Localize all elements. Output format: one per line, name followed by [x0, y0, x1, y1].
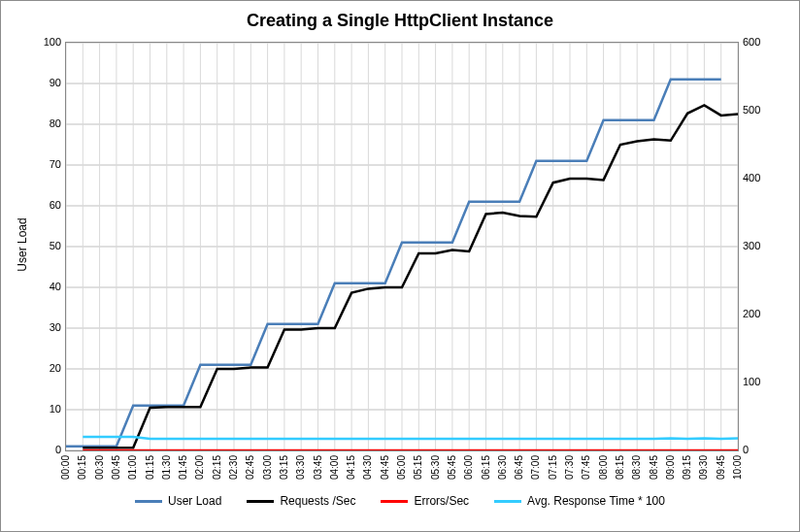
- xaxis-tick: 00:00: [60, 455, 71, 480]
- xaxis-tick: 00:45: [110, 455, 120, 480]
- yaxis-right-tick: 200: [743, 308, 782, 319]
- xaxis-tick: 09:30: [698, 455, 709, 480]
- xaxis-tick: 06:45: [514, 455, 524, 480]
- yaxis-left-tick: 20: [22, 362, 61, 374]
- xaxis-tick: 04:00: [328, 455, 339, 480]
- legend-label: Errors/Sec: [414, 494, 469, 508]
- xaxis-tick: 05:30: [429, 455, 440, 480]
- xaxis-tick: 00:30: [93, 455, 104, 480]
- xaxis-tick: 06:00: [463, 455, 474, 480]
- xaxis-tick: 07:15: [547, 455, 557, 480]
- chart-title: Creating a Single HttpClient Instance: [1, 11, 799, 31]
- series-avg-response-time-100: [83, 437, 738, 439]
- legend-label: User Load: [168, 494, 221, 508]
- legend-label: Requests /Sec: [280, 494, 355, 508]
- xaxis-tick: 01:30: [160, 455, 171, 480]
- xaxis-tick: 05:00: [396, 455, 407, 480]
- yaxis-left-tick: 30: [22, 321, 61, 333]
- legend-item: User Load: [135, 494, 221, 508]
- yaxis-left-tick: 10: [22, 403, 61, 415]
- yaxis-left-tick: 70: [22, 158, 61, 170]
- legend-item: Requests /Sec: [247, 494, 355, 508]
- plot-area: [65, 42, 739, 451]
- xaxis-tick: 03:15: [278, 455, 288, 480]
- xaxis-tick: 03:00: [261, 455, 272, 480]
- xaxis-tick: 02:45: [245, 455, 255, 480]
- yaxis-left-label: User Load: [16, 216, 29, 274]
- yaxis-left-tick: 0: [22, 444, 61, 455]
- series-user-load: [66, 80, 721, 447]
- xaxis-tick: 06:30: [496, 455, 507, 480]
- series-requests-sec: [83, 105, 738, 448]
- xaxis-tick: 00:15: [77, 455, 87, 480]
- xaxis-tick: 01:15: [144, 455, 154, 480]
- yaxis-left-tick: 90: [22, 77, 61, 88]
- xaxis-tick: 02:15: [211, 455, 221, 480]
- legend-swatch: [247, 500, 274, 503]
- xaxis-tick: 01:45: [178, 455, 188, 480]
- legend-item: Errors/Sec: [381, 494, 469, 508]
- yaxis-left-tick: 60: [22, 199, 61, 211]
- yaxis-left-tick: 40: [22, 281, 61, 292]
- xaxis-tick: 07:30: [564, 455, 575, 480]
- xaxis-tick: 09:45: [715, 455, 725, 480]
- xaxis-tick: 04:30: [362, 455, 373, 480]
- xaxis-tick: 08:00: [597, 455, 608, 480]
- yaxis-right-tick: 100: [743, 376, 782, 387]
- legend-swatch: [135, 500, 162, 503]
- xaxis-tick: 07:45: [581, 455, 591, 480]
- xaxis-tick: 06:15: [480, 455, 490, 480]
- yaxis-right-tick: 300: [743, 240, 782, 251]
- xaxis-tick: 02:00: [194, 455, 205, 480]
- xaxis-tick: 03:45: [312, 455, 322, 480]
- xaxis-tick: 09:15: [682, 455, 692, 480]
- legend-item: Avg. Response Time * 100: [494, 494, 665, 508]
- yaxis-left-tick: 80: [22, 117, 61, 129]
- yaxis-right-tick: 0: [743, 444, 782, 455]
- legend-swatch: [381, 500, 408, 503]
- xaxis-tick: 02:30: [228, 455, 239, 480]
- chart-svg: [66, 43, 738, 450]
- xaxis-tick: 08:45: [648, 455, 658, 480]
- legend: User LoadRequests /SecErrors/SecAvg. Res…: [1, 494, 799, 508]
- xaxis-tick: 08:15: [614, 455, 624, 480]
- xaxis-tick: 05:45: [446, 455, 456, 480]
- legend-swatch: [494, 500, 521, 503]
- legend-label: Avg. Response Time * 100: [527, 494, 665, 508]
- xaxis-tick: 10:00: [732, 455, 743, 480]
- xaxis-tick: 01:00: [127, 455, 138, 480]
- xaxis-tick: 04:45: [379, 455, 389, 480]
- yaxis-right-tick: 600: [743, 36, 782, 48]
- xaxis-tick: 04:15: [346, 455, 356, 480]
- xaxis-tick: 03:30: [295, 455, 306, 480]
- yaxis-left-tick: 100: [22, 36, 61, 48]
- xaxis-tick: 07:00: [530, 455, 541, 480]
- yaxis-right-tick: 400: [743, 172, 782, 183]
- xaxis-tick: 08:30: [631, 455, 642, 480]
- xaxis-tick: 05:15: [413, 455, 423, 480]
- xaxis-tick: 09:00: [664, 455, 675, 480]
- chart-frame: Creating a Single HttpClient Instance 01…: [0, 0, 800, 532]
- yaxis-right-tick: 500: [743, 104, 782, 116]
